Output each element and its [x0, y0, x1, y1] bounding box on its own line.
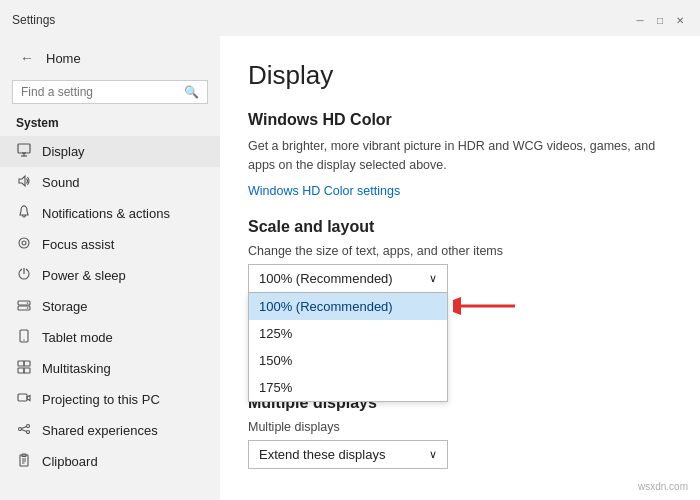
multiple-displays-dropdown[interactable]: Extend these displays ∨ [248, 440, 448, 469]
sidebar-item-clipboard[interactable]: Clipboard [0, 446, 220, 477]
svg-rect-15 [18, 361, 24, 366]
storage-icon [16, 298, 32, 315]
svg-point-22 [27, 431, 30, 434]
multitasking-icon [16, 360, 32, 377]
scale-option-175-label: 175% [259, 380, 292, 395]
hd-color-section: Windows HD Color Get a brighter, more vi… [248, 111, 672, 218]
sidebar-item-notifications[interactable]: Notifications & actions [0, 198, 220, 229]
scale-option-150[interactable]: 150% [249, 347, 447, 374]
maximize-button[interactable]: □ [652, 12, 668, 28]
hd-color-link[interactable]: Windows HD Color settings [248, 184, 400, 198]
svg-marker-4 [19, 176, 25, 186]
sidebar-item-label-storage: Storage [42, 299, 88, 314]
app-window: ← Home 🔍 System Display [0, 36, 700, 500]
home-label: Home [46, 51, 81, 66]
sidebar-item-label-notifications: Notifications & actions [42, 206, 170, 221]
scale-dropdown-container: 100% (Recommended) ∨ 100% (Recommended) … [248, 264, 448, 293]
scale-change-label: Change the size of text, apps, and other… [248, 244, 672, 258]
watermark: wsxdn.com [638, 481, 688, 492]
projecting-icon [16, 391, 32, 408]
titlebar: Settings ─ □ ✕ [0, 0, 700, 36]
sound-icon [16, 174, 32, 191]
svg-point-21 [27, 425, 30, 428]
svg-point-12 [27, 307, 29, 309]
sidebar-item-sound[interactable]: Sound [0, 167, 220, 198]
scale-option-100-label: 100% (Recommended) [259, 299, 393, 314]
scale-layout-section: Scale and layout Change the size of text… [248, 218, 672, 309]
nav-top: ← Home [0, 44, 220, 76]
sidebar-item-power[interactable]: Power & sleep [0, 260, 220, 291]
sidebar-item-label-sound: Sound [42, 175, 80, 190]
multiple-displays-label: Multiple displays [248, 420, 672, 434]
multiple-displays-value: Extend these displays [259, 447, 385, 462]
display-icon [16, 143, 32, 160]
sidebar-item-display[interactable]: Display [0, 136, 220, 167]
sidebar-item-projecting[interactable]: Projecting to this PC [0, 384, 220, 415]
sidebar-item-label-tablet: Tablet mode [42, 330, 113, 345]
focus-icon [16, 236, 32, 253]
hd-color-desc: Get a brighter, more vibrant picture in … [248, 137, 672, 175]
svg-line-24 [22, 430, 27, 432]
page-title: Display [248, 60, 672, 91]
search-input[interactable] [21, 85, 178, 99]
scale-option-125[interactable]: 125% [249, 320, 447, 347]
sidebar-item-label-multitasking: Multitasking [42, 361, 111, 376]
svg-rect-19 [18, 394, 27, 401]
minimize-button[interactable]: ─ [632, 12, 648, 28]
sidebar-item-label-shared: Shared experiences [42, 423, 158, 438]
multiple-displays-chevron-icon: ∨ [429, 448, 437, 461]
sidebar-item-label-clipboard: Clipboard [42, 454, 98, 469]
sidebar-section-label: System [0, 112, 220, 136]
titlebar-controls: ─ □ ✕ [632, 12, 688, 28]
scale-dropdown-list: 100% (Recommended) 125% 150% 175% [248, 293, 448, 402]
scale-option-175[interactable]: 175% [249, 374, 447, 401]
svg-point-6 [19, 238, 29, 248]
scale-option-100[interactable]: 100% (Recommended) [249, 293, 447, 320]
tablet-icon [16, 329, 32, 346]
close-button[interactable]: ✕ [672, 12, 688, 28]
shared-icon [16, 422, 32, 439]
scale-option-150-label: 150% [259, 353, 292, 368]
sidebar-item-label-focus: Focus assist [42, 237, 114, 252]
notifications-icon [16, 205, 32, 222]
svg-rect-17 [18, 368, 24, 373]
sidebar-item-label-projecting: Projecting to this PC [42, 392, 160, 407]
sidebar-item-label-power: Power & sleep [42, 268, 126, 283]
titlebar-title: Settings [12, 13, 55, 27]
chevron-down-icon: ∨ [429, 272, 437, 285]
back-button[interactable]: ← [16, 48, 38, 68]
multiple-displays-section: Multiple displays Multiple displays Exte… [248, 394, 672, 469]
sidebar-item-multitasking[interactable]: Multitasking [0, 353, 220, 384]
red-arrow-annotation [453, 292, 518, 324]
scale-option-125-label: 125% [259, 326, 292, 341]
hd-color-title: Windows HD Color [248, 111, 672, 129]
sidebar-item-storage[interactable]: Storage [0, 291, 220, 322]
scale-dropdown-selected[interactable]: 100% (Recommended) ∨ [248, 264, 448, 293]
clipboard-icon [16, 453, 32, 470]
svg-point-11 [27, 302, 29, 304]
svg-rect-18 [24, 368, 30, 373]
titlebar-left: Settings [12, 13, 55, 27]
content-area: Display Windows HD Color Get a brighter,… [220, 36, 700, 500]
sidebar: ← Home 🔍 System Display [0, 36, 220, 500]
svg-line-23 [22, 427, 27, 429]
scale-layout-title: Scale and layout [248, 218, 672, 236]
power-icon [16, 267, 32, 284]
sidebar-item-tablet[interactable]: Tablet mode [0, 322, 220, 353]
svg-point-7 [22, 241, 26, 245]
search-box[interactable]: 🔍 [12, 80, 208, 104]
search-icon: 🔍 [184, 85, 199, 99]
sidebar-item-focus[interactable]: Focus assist [0, 229, 220, 260]
svg-point-20 [19, 428, 22, 431]
svg-point-14 [23, 339, 24, 340]
svg-rect-0 [18, 144, 30, 153]
sidebar-item-shared[interactable]: Shared experiences [0, 415, 220, 446]
svg-rect-16 [24, 361, 30, 366]
scale-selected-value: 100% (Recommended) [259, 271, 393, 286]
sidebar-item-label-display: Display [42, 144, 85, 159]
